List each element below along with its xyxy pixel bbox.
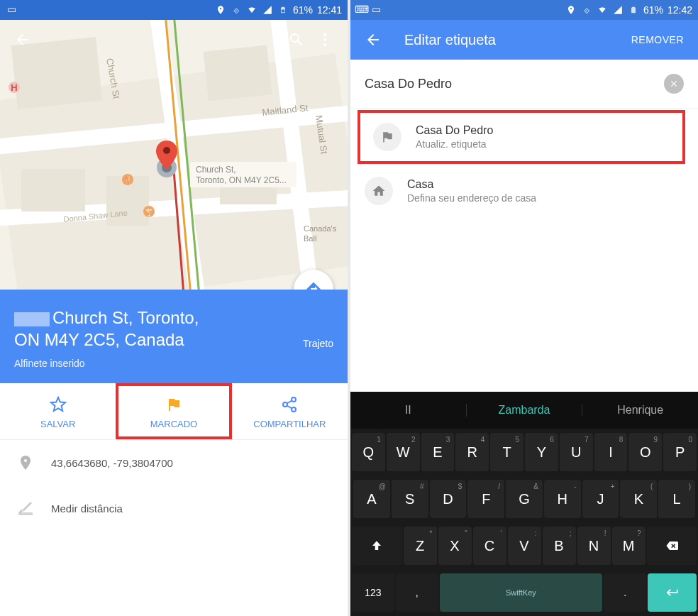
suggestion-title: Casa Do Pedro — [416, 124, 493, 137]
svg-text:🍴: 🍴 — [123, 175, 133, 185]
kb-key-j[interactable]: J+ — [582, 480, 619, 518]
kb-suggestion[interactable]: Henrique — [582, 404, 698, 417]
wifi-icon — [597, 4, 608, 16]
kb-key-b[interactable]: B; — [543, 527, 576, 565]
kb-suggestion-active[interactable]: Zambarda — [466, 404, 583, 417]
kb-key-l[interactable]: L) — [658, 480, 695, 518]
suggestion-home[interactable]: Casa Defina seu endereço de casa — [350, 165, 698, 216]
kb-key-t[interactable]: T5 — [490, 433, 524, 471]
kb-key-f[interactable]: F/ — [467, 480, 504, 518]
svg-text:Church St,: Church St, — [196, 165, 236, 175]
save-label: SALVAR — [40, 419, 75, 429]
overflow-menu-button[interactable] — [311, 26, 339, 54]
kb-key-n[interactable]: N! — [577, 527, 611, 565]
screenshot-icon: ▭ — [370, 4, 382, 15]
map-view[interactable]: Church St Maitland St Mutual St Donna Sh… — [0, 20, 348, 290]
share-action[interactable]: COMPARTILHAR — [232, 383, 348, 439]
kb-key-k[interactable]: K( — [620, 480, 657, 518]
search-button[interactable] — [282, 26, 311, 54]
action-row: SALVAR MARCADO COMPARTILHAR — [0, 383, 348, 440]
kb-key-i[interactable]: I8 — [594, 433, 628, 471]
measure-row[interactable]: Medir distância — [0, 485, 348, 531]
svg-point-31 — [292, 407, 296, 412]
svg-line-33 — [287, 406, 292, 409]
suggestion-sub: Atualiz. etiqueta — [416, 138, 493, 150]
remove-button[interactable]: REMOVER — [631, 34, 684, 45]
kb-key-r[interactable]: R4 — [455, 433, 489, 471]
suggestion-flag[interactable]: Casa Do Pedro Atualiz. etiqueta — [359, 111, 684, 163]
kb-row-2: A@S#D$F/G&H-J+K(L) — [350, 475, 698, 522]
kb-key-c[interactable]: C' — [473, 527, 506, 565]
edit-label-header: Editar etiqueta REMOVER — [350, 20, 698, 60]
status-bar: ⌨ ▭ ⟐ 61% 12:42 — [350, 0, 698, 20]
vibrate-icon: ⟐ — [581, 4, 592, 16]
svg-point-27 — [323, 38, 326, 41]
home-icon — [365, 177, 393, 205]
svg-point-18 — [163, 147, 170, 154]
svg-text:🍸: 🍸 — [145, 208, 154, 217]
keyboard-notif-icon: ⌨ — [356, 4, 367, 15]
kb-key-y[interactable]: Y6 — [525, 433, 558, 471]
clock-time: 12:42 — [667, 4, 692, 16]
phone-right-edit-label: ⌨ ▭ ⟐ 61% 12:42 Editar etiqueta REMOVER — [350, 0, 698, 616]
marked-action[interactable]: MARCADO — [116, 383, 231, 439]
kb-shift-key[interactable] — [352, 527, 402, 565]
signal-icon — [612, 4, 624, 16]
kb-key-w[interactable]: W2 — [387, 433, 420, 471]
kb-comma-key[interactable]: , — [396, 573, 438, 612]
battery-icon — [277, 4, 289, 16]
vibrate-icon: ⟐ — [231, 4, 242, 16]
marked-label: MARCADO — [150, 419, 197, 429]
kb-key-m[interactable]: M? — [612, 527, 646, 565]
kb-enter-key[interactable] — [648, 573, 697, 612]
signal-icon — [262, 4, 273, 16]
clock-time: 12:41 — [317, 4, 342, 16]
screenshot-icon: ▭ — [6, 4, 17, 15]
kb-period-key[interactable]: . — [604, 573, 646, 612]
kb-key-x[interactable]: X" — [438, 527, 472, 565]
status-bar: ▭ ⟐ 61% 12:41 — [0, 0, 348, 20]
location-icon — [215, 4, 226, 16]
wifi-icon — [246, 4, 257, 16]
back-button[interactable] — [9, 26, 37, 54]
save-action[interactable]: SALVAR — [0, 383, 116, 439]
clear-input-button[interactable] — [664, 74, 684, 94]
kb-backspace-key[interactable] — [647, 527, 697, 565]
kb-key-e[interactable]: E3 — [421, 433, 455, 471]
kb-space-key[interactable]: SwiftKey — [440, 573, 603, 612]
kb-key-g[interactable]: G& — [506, 480, 543, 518]
suggestion-title: Casa — [407, 178, 536, 191]
coords-row[interactable]: 43,6643680, -79,3804700 — [0, 440, 348, 485]
kb-key-v[interactable]: V: — [508, 527, 541, 565]
svg-text:Toronto, ON M4Y 2C5...: Toronto, ON M4Y 2C5... — [196, 175, 287, 185]
trajeto-label[interactable]: Trajeto — [303, 338, 333, 349]
kb-key-s[interactable]: S# — [392, 480, 428, 518]
share-label: COMPARTILHAR — [253, 419, 326, 429]
map-top-bar — [0, 20, 348, 60]
kb-key-h[interactable]: H- — [544, 480, 581, 518]
kb-key-o[interactable]: O9 — [628, 433, 662, 471]
label-input[interactable] — [365, 77, 664, 92]
redacted-number — [14, 312, 50, 326]
kb-suggestion[interactable]: II — [350, 404, 466, 417]
kb-row-1: Q1W2E3R4T5Y6U7I8O9P0 — [350, 429, 698, 475]
svg-rect-34 — [18, 512, 33, 515]
header-title: Editar etiqueta — [404, 32, 631, 48]
battery-icon — [628, 4, 639, 16]
kb-key-q[interactable]: Q1 — [352, 433, 385, 471]
phone-left-maps-detail: ▭ ⟐ 61% 12:41 — [0, 0, 348, 616]
poi-label: Canada's — [304, 224, 337, 233]
kb-key-d[interactable]: D$ — [430, 480, 467, 518]
address-title: Church St, Toronto, ON M4Y 2C5, Canada — [14, 307, 333, 351]
address-card: Church St, Toronto, ON M4Y 2C5, Canada T… — [0, 290, 348, 383]
kb-sym-key[interactable]: 123 — [352, 573, 394, 612]
kb-key-z[interactable]: Z* — [404, 527, 437, 565]
svg-point-26 — [323, 33, 326, 36]
kb-key-p[interactable]: P0 — [663, 433, 697, 471]
pin-status: Alfinete inserido — [14, 358, 333, 369]
back-button[interactable] — [359, 26, 387, 54]
battery-percent: 61% — [643, 4, 663, 16]
kb-key-a[interactable]: A@ — [353, 480, 390, 518]
kb-key-u[interactable]: U7 — [560, 433, 593, 471]
kb-row-3: Z*X"C'V:B;N!M? — [350, 522, 698, 569]
